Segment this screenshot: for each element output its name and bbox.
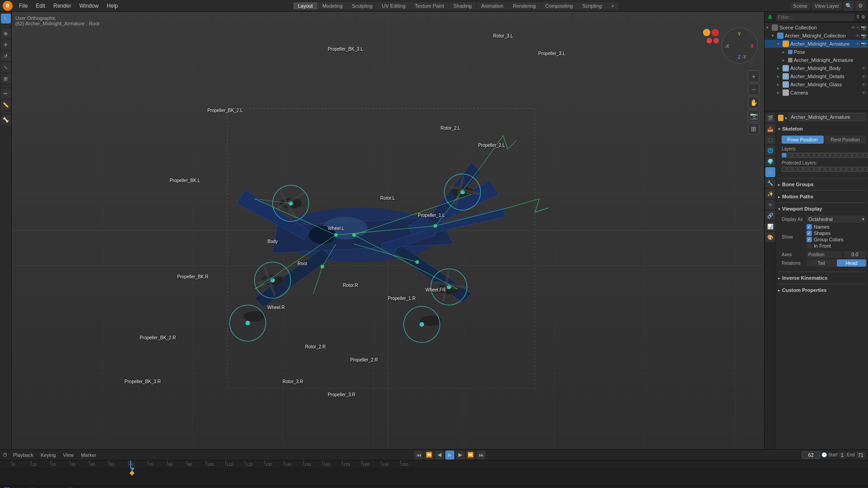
playback-menu[interactable]: Playback — [11, 451, 35, 459]
layer-3[interactable] — [798, 153, 803, 158]
tool-transform[interactable]: ⊞ — [1, 74, 11, 84]
eye-icon-glass[interactable]: 👁 — [862, 82, 866, 87]
tab-material[interactable]: 🎨 — [765, 232, 775, 242]
outliner-settings-icon[interactable]: ⚙ — [861, 14, 865, 19]
zoom-out-btn[interactable]: − — [748, 84, 760, 95]
tab-shading[interactable]: Shading — [449, 2, 476, 9]
next-frame-btn[interactable]: ▶ — [456, 450, 465, 460]
layer-7[interactable] — [820, 153, 825, 158]
ik-header[interactable]: ▸ Inverse Kinematics — [778, 274, 866, 282]
keying-menu[interactable]: Keying — [39, 451, 58, 459]
marker-menu[interactable]: Marker — [79, 451, 98, 459]
eye-icon-arm[interactable]: 👁 — [855, 42, 860, 47]
prev-frame-btn[interactable]: ◀ — [435, 450, 444, 460]
eye-icon-det[interactable]: 👁 — [862, 74, 866, 79]
tab-plus[interactable]: + — [607, 2, 618, 9]
tool-select[interactable]: ↖ — [1, 14, 11, 23]
prot-layer-13[interactable] — [852, 167, 857, 172]
cursor-icon[interactable]: ↖ — [856, 25, 860, 30]
tab-animation[interactable]: Animation — [476, 2, 508, 9]
tab-object[interactable]: ⬡ — [765, 167, 775, 177]
in-front-checkbox[interactable] — [807, 243, 812, 249]
prot-layer-10[interactable] — [836, 167, 841, 172]
layer-9[interactable] — [830, 153, 835, 158]
pose-position-btn[interactable]: Pose Position — [782, 136, 824, 144]
prot-layer-9[interactable] — [830, 167, 835, 172]
tab-modeling[interactable]: Modeling — [318, 2, 347, 9]
menu-edit[interactable]: Edit — [32, 2, 49, 10]
tree-glass[interactable]: ▸ Archer_Midnight_Glass 👁 — [764, 80, 868, 89]
prot-layer-7[interactable] — [820, 167, 825, 172]
next-keyframe-btn[interactable]: ⏩ — [466, 450, 475, 460]
tool-pose[interactable]: 🦴 — [1, 115, 11, 125]
bone-groups-header[interactable]: ▸ Bone Groups — [778, 180, 866, 188]
prot-layer-11[interactable] — [841, 167, 846, 172]
names-checkbox[interactable]: ✓ — [807, 224, 812, 230]
tree-armature-data[interactable]: ▸ Archer_Midnight_Armature — [764, 56, 868, 64]
menu-file[interactable]: File — [15, 2, 31, 10]
tab-render[interactable]: 🎬 — [765, 113, 775, 123]
eye-icon[interactable]: 👁 — [851, 25, 855, 30]
prot-layer-6[interactable] — [814, 167, 819, 172]
tab-particles[interactable]: ✨ — [765, 189, 775, 199]
viewport[interactable]: View Select Pose ▾ Pose Mode Local ⬚ ◼ ◈… — [12, 12, 764, 449]
prot-layer-14[interactable] — [858, 167, 863, 172]
prot-layer-8[interactable] — [825, 167, 830, 172]
layer-5[interactable] — [809, 153, 814, 158]
custom-props-header[interactable]: ▸ Custom Properties — [778, 286, 866, 294]
head-btn[interactable]: Head — [837, 259, 866, 267]
blender-logo[interactable]: B — [3, 1, 13, 11]
tab-output[interactable]: 📤 — [765, 124, 775, 134]
display-as-dropdown[interactable]: Octahedral ▾ — [807, 216, 866, 223]
layer-14[interactable] — [858, 153, 863, 158]
grid-btn[interactable]: ⊞ — [748, 123, 760, 135]
tree-collection[interactable]: ▾ Archer_Midnight_Collection 👁 📷 — [764, 32, 868, 40]
prot-layer-3[interactable] — [798, 167, 803, 172]
tab-sculpting[interactable]: Sculpting — [348, 2, 377, 9]
prot-layer-0[interactable] — [782, 167, 787, 172]
eye-icon-cam[interactable]: 👁 — [862, 90, 866, 95]
search-icon[interactable]: 🔍 — [844, 1, 854, 11]
tab-modifier[interactable]: 🔧 — [765, 178, 775, 188]
layer-6[interactable] — [814, 153, 819, 158]
tool-measure[interactable]: 📏 — [1, 100, 11, 110]
tab-rendering[interactable]: Rendering — [508, 2, 540, 9]
prot-layer-4[interactable] — [803, 167, 808, 172]
layer-13[interactable] — [852, 153, 857, 158]
layer-11[interactable] — [841, 153, 846, 158]
start-frame-field[interactable]: 1 — [839, 452, 845, 458]
rest-position-btn[interactable]: Rest Position — [825, 136, 867, 144]
layer-10[interactable] — [836, 153, 841, 158]
current-frame-display[interactable]: 62 — [802, 451, 820, 459]
layer-4[interactable] — [803, 153, 808, 158]
tab-physics[interactable]: ⚛ — [765, 200, 775, 210]
prot-layer-5[interactable] — [809, 167, 814, 172]
tab-layout[interactable]: Layout — [293, 2, 317, 9]
render-icon[interactable]: 📷 — [861, 25, 866, 30]
tab-compositing[interactable]: Compositing — [541, 2, 577, 9]
tail-btn[interactable]: Tail — [807, 259, 836, 267]
tab-uv-editing[interactable]: UV Editing — [377, 2, 410, 9]
timeline-body[interactable]: 0 10 20 30 40 50 60 70 80 — [0, 460, 868, 485]
tab-view-layer[interactable]: ⬚ — [765, 135, 775, 145]
tree-armature[interactable]: ▾ Archer_Midnight_Armature 👁 📷 — [764, 40, 868, 48]
tree-camera[interactable]: ▸ Camera 👁 — [764, 89, 868, 97]
tool-rotate[interactable]: ↺ — [1, 51, 11, 61]
scene-selector[interactable]: Scene — [791, 2, 810, 9]
eye-icon-body[interactable]: 👁 — [862, 66, 866, 71]
outliner-filter-icon[interactable]: ⊽ — [856, 14, 859, 19]
tree-body[interactable]: ▸ Archer_Midnight_Body 👁 — [764, 64, 868, 72]
shapes-checkbox[interactable]: ✓ — [807, 230, 812, 236]
tool-move[interactable]: ✛ — [1, 40, 11, 50]
jump-end-btn[interactable]: ⏭ — [476, 450, 486, 460]
tree-details[interactable]: ▸ Archer_Midnight_Details 👁 — [764, 72, 868, 80]
menu-render[interactable]: Render — [50, 2, 75, 10]
layer-12[interactable] — [847, 153, 852, 158]
layer-1[interactable] — [787, 153, 792, 158]
outliner-search[interactable] — [776, 14, 854, 21]
layer-15[interactable] — [863, 153, 868, 158]
tab-constraints[interactable]: 🔗 — [765, 211, 775, 221]
group-colors-checkbox[interactable]: ✓ — [807, 237, 812, 242]
viewport-background[interactable]: Propeller_BK_3.L Rotor_3.L Propeller_3.L… — [12, 12, 764, 449]
settings-icon[interactable]: ⚙ — [855, 1, 865, 11]
